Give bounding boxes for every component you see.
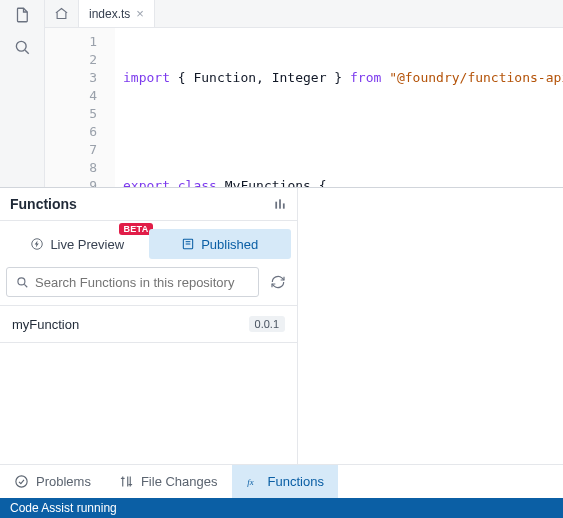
version-badge: 0.0.1 xyxy=(249,316,285,332)
line-gutter: 1 2 3 4 5 6 7 8 9 xyxy=(45,28,115,187)
status-text: Code Assist running xyxy=(10,501,117,515)
search-icon[interactable] xyxy=(13,38,31,56)
panel-bar-icon[interactable] xyxy=(273,197,287,211)
functions-label: Functions xyxy=(268,474,324,489)
status-bar: Code Assist running xyxy=(0,498,563,518)
live-preview-label: Live Preview xyxy=(50,237,124,252)
svg-line-1 xyxy=(25,50,29,54)
svg-line-10 xyxy=(24,284,27,287)
search-icon xyxy=(15,275,29,289)
book-icon xyxy=(181,237,195,251)
beta-badge: BETA xyxy=(119,223,152,235)
tab-problems[interactable]: Problems xyxy=(0,465,105,498)
activity-sidebar xyxy=(0,0,45,187)
file-icon[interactable] xyxy=(13,6,31,24)
search-input-wrapper[interactable] xyxy=(6,267,259,297)
refresh-button[interactable] xyxy=(265,269,291,295)
svg-rect-3 xyxy=(279,199,281,208)
diff-icon xyxy=(119,474,134,489)
tab-index-ts[interactable]: index.ts × xyxy=(79,0,155,27)
close-icon[interactable]: × xyxy=(136,7,144,20)
file-changes-label: File Changes xyxy=(141,474,218,489)
tab-label: index.ts xyxy=(89,7,130,21)
functions-panel: Functions Live Preview BETA Published xyxy=(0,187,298,464)
bottom-tab-bar: Problems File Changes fx Functions xyxy=(0,464,563,498)
problems-label: Problems xyxy=(36,474,91,489)
published-button[interactable]: Published xyxy=(149,229,292,259)
code-editor[interactable]: 1 2 3 4 5 6 7 8 9 import { Function, Int… xyxy=(45,28,563,187)
detail-pane xyxy=(298,187,563,464)
function-name: myFunction xyxy=(12,317,79,332)
tab-functions[interactable]: fx Functions xyxy=(232,465,338,498)
tab-file-changes[interactable]: File Changes xyxy=(105,465,232,498)
tab-bar: index.ts × xyxy=(45,0,563,28)
code-content[interactable]: import { Function, Integer } from "@foun… xyxy=(115,28,563,187)
function-list-item[interactable]: myFunction 0.0.1 xyxy=(0,306,297,342)
published-label: Published xyxy=(201,237,258,252)
svg-point-11 xyxy=(16,476,27,487)
panel-title: Functions xyxy=(10,196,77,212)
check-circle-icon xyxy=(14,474,29,489)
bolt-icon xyxy=(30,237,44,251)
svg-rect-4 xyxy=(283,203,285,208)
svg-text:fx: fx xyxy=(247,477,253,487)
home-icon[interactable] xyxy=(45,0,79,27)
fx-icon: fx xyxy=(246,474,261,489)
svg-point-9 xyxy=(18,278,25,285)
search-input[interactable] xyxy=(35,275,250,290)
svg-rect-2 xyxy=(275,202,277,209)
svg-point-0 xyxy=(16,41,26,51)
live-preview-button[interactable]: Live Preview BETA xyxy=(6,229,149,259)
